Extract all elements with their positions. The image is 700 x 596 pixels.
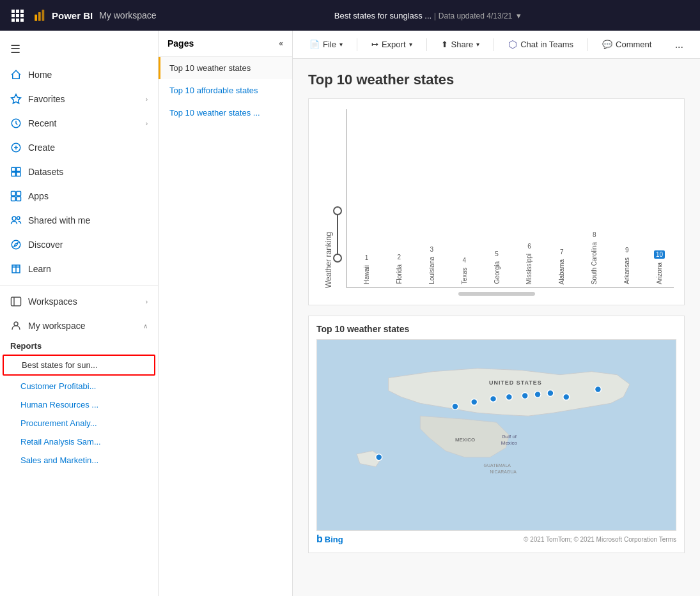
slider-control[interactable] bbox=[333, 109, 342, 288]
sidebar-report-retail[interactable]: Retail Analysis Sam... bbox=[0, 432, 158, 451]
svg-rect-15 bbox=[17, 197, 21, 201]
page-item-top10weather[interactable]: Top 10 weather states bbox=[159, 57, 292, 79]
share-button[interactable]: ⬆ Share ▾ bbox=[435, 37, 486, 52]
page-item-top10weather2[interactable]: Top 10 weather states ... bbox=[159, 102, 292, 124]
workspaces-icon bbox=[10, 296, 22, 307]
svg-point-16 bbox=[12, 217, 16, 220]
more-icon: ... bbox=[675, 39, 683, 50]
report-label-procurement: Procurement Analy... bbox=[20, 418, 97, 428]
sidebar-item-recent[interactable]: Recent › bbox=[0, 111, 158, 135]
bars-area: 1 Hawaii 2 Florida 3 bbox=[346, 109, 674, 288]
menu-icon: ☰ bbox=[10, 42, 20, 56]
svg-point-18 bbox=[12, 240, 20, 249]
bar-group-alabama[interactable]: 7 Alabama bbox=[547, 248, 576, 284]
slider-bottom-handle[interactable] bbox=[333, 254, 342, 263]
data-update: Data updated 4/13/21 bbox=[439, 11, 512, 20]
share-chevron-icon: ▾ bbox=[476, 41, 479, 48]
svg-rect-0 bbox=[35, 15, 37, 21]
sidebar-item-apps[interactable]: Apps bbox=[0, 184, 158, 208]
collapse-pages-button[interactable]: « bbox=[279, 39, 283, 48]
sidebar-report-procurement[interactable]: Procurement Analy... bbox=[0, 414, 158, 432]
sidebar-item-shared[interactable]: Shared with me bbox=[0, 208, 158, 233]
discover-icon bbox=[10, 239, 22, 250]
teams-icon: ⬡ bbox=[508, 38, 517, 50]
chart-scrollbar[interactable] bbox=[458, 292, 535, 296]
file-icon: 📄 bbox=[309, 40, 320, 49]
report-area: Top 10 weather states Weather ranking bbox=[293, 59, 700, 596]
clock-icon bbox=[10, 118, 22, 129]
sidebar-item-learn[interactable]: Learn bbox=[0, 257, 158, 281]
datasets-icon bbox=[10, 166, 22, 178]
page-item-top10affordable[interactable]: Top 10 affordable states bbox=[159, 79, 292, 102]
sidebar-item-my-workspace[interactable]: My workspace ∧ bbox=[0, 314, 158, 338]
file-button[interactable]: 📄 File ▾ bbox=[303, 37, 349, 52]
home-icon bbox=[10, 69, 22, 80]
bar-group-mississippi[interactable]: 6 Mississippi bbox=[515, 243, 544, 284]
svg-point-43 bbox=[595, 386, 601, 393]
main-content: 📄 File ▾ ↦ Export ▾ ⬆ Share ▾ ⬡ Chat in … bbox=[293, 31, 700, 596]
export-button[interactable]: ↦ Export ▾ bbox=[365, 37, 419, 52]
bar-group-georgia[interactable]: 5 Georgia bbox=[483, 250, 511, 284]
chevron-right-icon: › bbox=[146, 120, 148, 127]
sidebar-nav: ☰ Home Favorites › bbox=[0, 31, 158, 475]
slider-track bbox=[337, 215, 338, 254]
slider-top-handle[interactable] bbox=[333, 206, 342, 215]
apps-icon bbox=[10, 190, 22, 202]
svg-rect-12 bbox=[12, 192, 16, 196]
sidebar-item-workspaces[interactable]: Workspaces › bbox=[0, 289, 158, 314]
svg-point-24 bbox=[14, 322, 18, 326]
page-label-top10weather: Top 10 weather states bbox=[169, 63, 251, 73]
sidebar-report-sales[interactable]: Sales and Marketin... bbox=[0, 451, 158, 470]
svg-text:Mexico: Mexico bbox=[501, 440, 518, 446]
more-button[interactable]: ... bbox=[669, 36, 690, 53]
svg-marker-3 bbox=[12, 95, 21, 103]
comment-button[interactable]: 💬 Comment bbox=[596, 37, 658, 52]
svg-rect-14 bbox=[12, 197, 16, 201]
pages-header: Pages « bbox=[159, 31, 292, 57]
bar-group-arizona[interactable]: 10 Arizona bbox=[645, 250, 674, 284]
bar-group-south-carolina[interactable]: 8 South Carolina bbox=[580, 231, 609, 284]
chat-teams-button[interactable]: ⬡ Chat in Teams bbox=[502, 36, 580, 53]
sidebar-label-favorites: Favorites bbox=[28, 94, 65, 104]
svg-point-42 bbox=[563, 394, 570, 400]
svg-rect-1 bbox=[38, 12, 41, 21]
svg-rect-9 bbox=[17, 167, 20, 171]
page-label-top10affordable: Top 10 affordable states bbox=[169, 86, 258, 95]
sidebar-report-customer[interactable]: Customer Profitabi... bbox=[0, 377, 158, 395]
svg-point-39 bbox=[522, 392, 528, 399]
bar-group-texas[interactable]: 4 Texas bbox=[450, 257, 479, 284]
plus-icon bbox=[10, 142, 22, 153]
bar-group-louisiana[interactable]: 3 Louisiana bbox=[417, 246, 446, 284]
bar-group-hawaii[interactable]: 1 Hawaii bbox=[352, 254, 381, 284]
sidebar-label-my-workspace: My workspace bbox=[28, 321, 85, 331]
sidebar-item-datasets[interactable]: Datasets bbox=[0, 160, 158, 184]
sidebar-label-datasets: Datasets bbox=[28, 167, 63, 177]
reports-label: Reports bbox=[10, 341, 42, 351]
sidebar-hamburger[interactable]: ☰ bbox=[0, 36, 158, 63]
comment-label: Comment bbox=[616, 40, 651, 49]
bar-group-arkansas[interactable]: 9 Arkansas bbox=[612, 247, 641, 284]
sidebar-item-create[interactable]: Create bbox=[0, 135, 158, 160]
sidebar-item-home[interactable]: Home bbox=[0, 63, 158, 87]
sidebar-report-human-resources[interactable]: Human Resources ... bbox=[0, 395, 158, 414]
svg-point-36 bbox=[471, 399, 478, 405]
toolbar-sep-4 bbox=[587, 38, 588, 51]
chevron-up-my-workspace: ∧ bbox=[143, 323, 148, 330]
toolbar-sep-3 bbox=[494, 38, 494, 51]
topbar-chevron[interactable]: ▾ bbox=[517, 11, 521, 20]
toolbar-sep-1 bbox=[357, 38, 357, 51]
map-container[interactable]: Gulf of Mexico UNITED STATES MEXICO GUAT… bbox=[316, 339, 676, 531]
svg-point-17 bbox=[17, 217, 20, 220]
app-name: Power BI bbox=[52, 10, 93, 21]
svg-rect-2 bbox=[42, 10, 45, 21]
toolbar: 📄 File ▾ ↦ Export ▾ ⬆ Share ▾ ⬡ Chat in … bbox=[293, 31, 700, 59]
export-icon: ↦ bbox=[371, 40, 378, 49]
bar-group-florida[interactable]: 2 Florida bbox=[385, 254, 414, 284]
svg-rect-11 bbox=[17, 172, 20, 176]
sidebar-report-best-states[interactable]: Best states for sun... bbox=[3, 355, 155, 376]
sidebar-label-discover: Discover bbox=[28, 240, 63, 250]
sidebar-item-favorites[interactable]: Favorites › bbox=[0, 87, 158, 111]
waffle-icon[interactable] bbox=[8, 6, 27, 26]
sidebar-item-discover[interactable]: Discover bbox=[0, 233, 158, 257]
report-label-sales: Sales and Marketin... bbox=[20, 455, 98, 465]
